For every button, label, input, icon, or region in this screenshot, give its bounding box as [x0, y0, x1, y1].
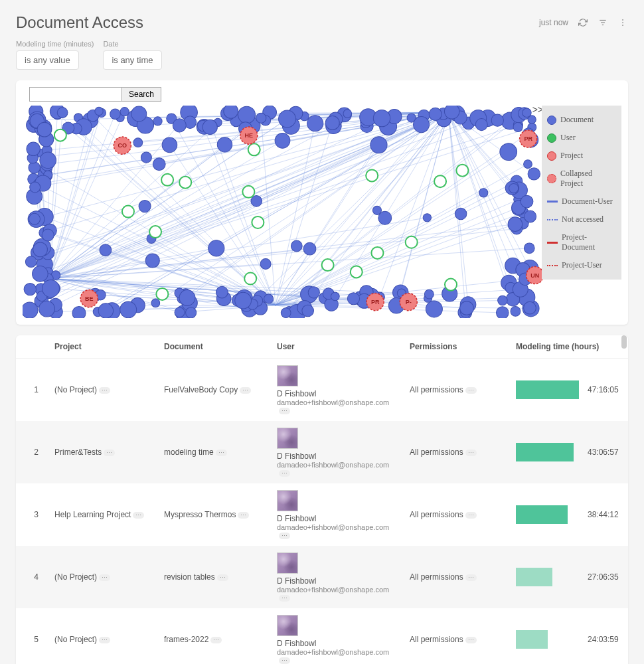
legend-label: User — [560, 133, 576, 143]
link-icon[interactable]: ⋯ — [465, 637, 477, 643]
avatar — [277, 490, 298, 511]
svg-point-244 — [208, 240, 224, 256]
legend: DocumentUserProjectCollapsed ProjectDocu… — [542, 106, 621, 280]
svg-point-435 — [347, 293, 359, 305]
link-icon[interactable]: ⋯ — [104, 450, 115, 456]
svg-point-422 — [475, 119, 487, 131]
svg-point-290 — [24, 283, 36, 295]
scrollbar[interactable] — [621, 335, 627, 664]
legend-label: Document — [560, 115, 594, 125]
time-value: 24:03:59 — [588, 635, 619, 644]
svg-point-388 — [141, 152, 151, 163]
link-icon[interactable]: ⋯ — [465, 574, 477, 581]
svg-point-441 — [156, 288, 168, 300]
svg-point-457 — [244, 272, 256, 284]
cell-permissions: All permissions⋯ — [402, 441, 508, 463]
col-permissions[interactable]: Permissions — [402, 335, 508, 358]
page-title: Document Access — [16, 13, 539, 32]
svg-point-408 — [509, 183, 519, 193]
svg-point-395 — [423, 214, 431, 222]
filter-date[interactable]: is any time — [103, 50, 161, 70]
link-icon[interactable]: ⋯ — [279, 657, 290, 664]
link-icon[interactable]: ⋯ — [279, 533, 290, 539]
svg-point-216 — [100, 244, 112, 256]
col-document[interactable]: Document — [156, 335, 269, 358]
legend-swatch — [547, 201, 558, 203]
svg-point-291 — [33, 266, 48, 282]
cell-permissions: All permissions⋯ — [402, 566, 508, 588]
svg-point-425 — [429, 108, 442, 120]
svg-point-231 — [153, 158, 165, 171]
svg-line-127 — [276, 133, 528, 305]
svg-point-373 — [37, 122, 52, 137]
svg-point-5 — [622, 25, 623, 26]
cell-project: (No Project)⋯ — [46, 566, 156, 588]
link-icon[interactable]: ⋯ — [99, 637, 110, 643]
table-row[interactable]: 4 (No Project)⋯ revision tables⋯ D Fishb… — [16, 546, 628, 608]
refresh-icon[interactable] — [578, 17, 588, 28]
legend-swatch — [547, 133, 556, 143]
network-graph[interactable]: COHEPRBEPRP-UN — [23, 106, 621, 318]
link-icon[interactable]: ⋯ — [217, 574, 228, 581]
svg-point-286 — [162, 137, 177, 153]
svg-point-378 — [460, 301, 474, 315]
row-index: 2 — [16, 441, 46, 463]
svg-line-60 — [448, 112, 511, 288]
cell-project: (No Project)⋯ — [46, 378, 156, 401]
cell-document: Myspresso Thermos⋯ — [156, 503, 269, 526]
cell-document: modeling time⋯ — [156, 441, 269, 463]
link-icon[interactable]: ⋯ — [465, 450, 477, 456]
link-icon[interactable]: ⋯ — [279, 408, 290, 414]
svg-point-331 — [455, 208, 467, 220]
cell-modeling-time: 43:06:57 — [508, 436, 628, 468]
svg-point-309 — [281, 308, 291, 318]
user-email: damadeo+fishbowl@onshape.com⋯ — [277, 398, 394, 414]
svg-point-351 — [131, 106, 147, 122]
legend-item: Collapsed Project — [546, 165, 617, 193]
cell-modeling-time: 27:06:35 — [508, 561, 628, 593]
svg-text:UN: UN — [530, 272, 539, 279]
more-icon[interactable] — [617, 17, 628, 28]
cell-permissions: All permissions⋯ — [402, 628, 508, 651]
row-index: 5 — [16, 628, 46, 651]
link-icon[interactable]: ⋯ — [240, 387, 251, 394]
graph-search-button[interactable]: Search — [121, 87, 161, 102]
table-row[interactable]: 3 Help Learning Project⋯ Myspresso Therm… — [16, 483, 628, 546]
svg-point-4 — [622, 22, 623, 23]
link-icon[interactable]: ⋯ — [238, 512, 249, 519]
cell-document: revision tables⋯ — [156, 566, 269, 588]
link-icon[interactable]: ⋯ — [216, 450, 227, 456]
table-row[interactable]: 5 (No Project)⋯ frames-2022⋯ D Fishbowl … — [16, 608, 628, 664]
link-icon[interactable]: ⋯ — [465, 387, 477, 394]
svg-point-350 — [110, 109, 121, 120]
svg-point-444 — [248, 143, 260, 155]
link-icon[interactable]: ⋯ — [210, 637, 222, 643]
svg-point-379 — [308, 287, 319, 298]
legend-swatch — [547, 174, 556, 183]
svg-point-429 — [173, 119, 186, 132]
col-modeling-time[interactable]: Modeling time (hours) — [508, 335, 628, 358]
graph-panel: Search COHEPRBEPRP-UN >> DocumentUserPro… — [16, 80, 628, 325]
link-icon[interactable]: ⋯ — [133, 512, 144, 519]
link-icon[interactable]: ⋯ — [99, 574, 110, 581]
col-user[interactable]: User — [269, 335, 402, 358]
link-icon[interactable]: ⋯ — [99, 387, 110, 394]
link-icon[interactable]: ⋯ — [279, 595, 290, 602]
svg-point-212 — [251, 196, 262, 207]
graph-search-input[interactable] — [29, 87, 122, 102]
svg-line-156 — [276, 114, 524, 305]
table-header: Project Document User Permissions Modeli… — [16, 335, 628, 359]
col-project[interactable]: Project — [46, 335, 156, 358]
link-icon[interactable]: ⋯ — [279, 470, 290, 477]
filter-icon[interactable] — [598, 17, 608, 28]
svg-point-432 — [524, 210, 536, 222]
svg-point-258 — [524, 160, 532, 169]
legend-label: Document-User — [562, 197, 613, 207]
table-row[interactable]: 2 Primer&Tests⋯ modeling time⋯ D Fishbow… — [16, 421, 628, 483]
svg-point-343 — [513, 122, 523, 131]
table-row[interactable]: 1 (No Project)⋯ FuelValveBody Copy⋯ D Fi… — [16, 359, 628, 421]
time-value: 47:16:05 — [588, 385, 619, 394]
svg-point-456 — [445, 279, 457, 291]
filter-modeling-time[interactable]: is any value — [16, 50, 79, 70]
link-icon[interactable]: ⋯ — [465, 512, 477, 519]
